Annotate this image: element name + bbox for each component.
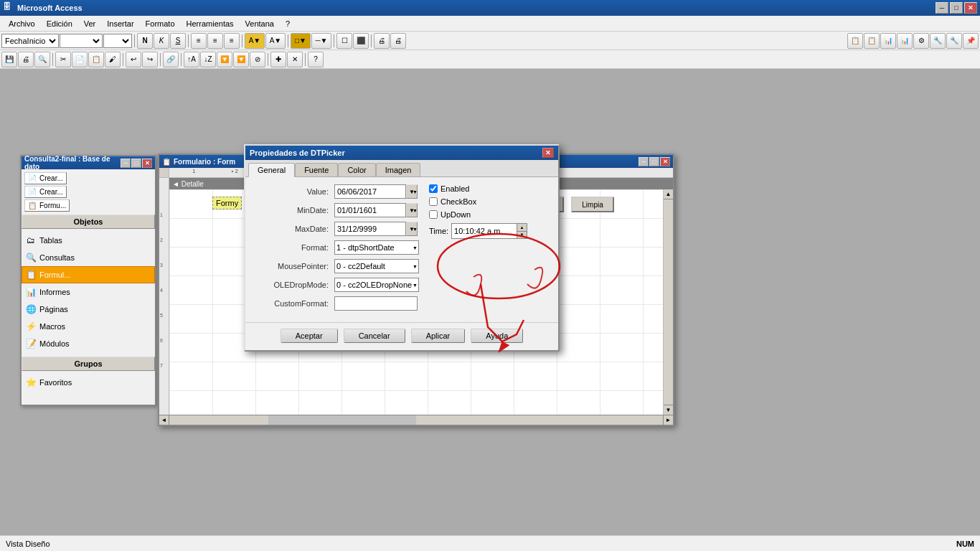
menu-ventana[interactable]: Ventana (240, 18, 280, 29)
tb2-btn-3[interactable]: 🔍 (34, 52, 50, 67)
sidebar-item-informes[interactable]: 📊 Informes (22, 283, 155, 301)
enabled-checkbox[interactable] (429, 184, 438, 193)
sidebar-item-consultas[interactable]: 🔍 Consultas (22, 249, 155, 266)
cancel-btn[interactable]: Cancelar (344, 329, 405, 343)
mindate-input[interactable] (334, 203, 406, 217)
tab-general[interactable]: General (248, 163, 295, 177)
db-minimize-btn[interactable]: ─ (121, 159, 131, 168)
scroll-right-btn[interactable]: ► (663, 415, 673, 425)
form-btn-1[interactable]: 📋 Formu... (24, 199, 70, 212)
field-combo[interactable]: FechaInicio (1, 34, 59, 48)
sidebar-item-modulos[interactable]: 📝 Módulos (22, 335, 155, 352)
tb2-filter[interactable]: 🔽 (217, 52, 232, 67)
menu-help[interactable]: ? (280, 18, 296, 29)
form-min-btn[interactable]: ─ (639, 157, 649, 166)
font-color-btn[interactable]: A▼ (265, 33, 286, 49)
tb2-filter2[interactable]: 🔽 (233, 52, 249, 67)
menu-herramientas[interactable]: Herramientas (181, 18, 240, 29)
tb2-sort-asc[interactable]: ↑A (184, 52, 199, 67)
db-close-btn[interactable]: ✕ (142, 159, 152, 168)
time-spin-up-btn[interactable]: ▲ (517, 224, 527, 232)
updown-checkbox[interactable] (429, 210, 438, 219)
scroll-down-btn[interactable]: ▼ (664, 405, 673, 415)
align-right-btn[interactable]: ≡ (224, 33, 240, 49)
checkbox-checkbox[interactable] (429, 197, 438, 206)
italic-btn[interactable]: K (154, 33, 169, 49)
sidebar-item-formularios[interactable]: 📋 Formul... (22, 266, 155, 283)
scroll-left-btn[interactable]: ◄ (159, 415, 169, 425)
tb2-cut[interactable]: ✂ (55, 52, 71, 67)
bold-btn[interactable]: N (137, 33, 153, 49)
extra-btn-7[interactable]: 🔧 (946, 33, 962, 49)
sidebar-item-macros[interactable]: ⚡ Macros (22, 318, 155, 335)
app-close-btn[interactable]: ✕ (964, 2, 977, 14)
tb2-undo[interactable]: ↩ (126, 52, 141, 67)
extra-btn-5[interactable]: ⚙ (913, 33, 929, 49)
db-maximize-btn[interactable]: □ (131, 159, 141, 168)
dialog-close-btn[interactable]: ✕ (542, 148, 554, 158)
effect-btn-2[interactable]: ⬛ (353, 33, 369, 49)
menu-formato[interactable]: Formato (140, 18, 181, 29)
create-btn-2[interactable]: 📄 Crear... (24, 186, 67, 198)
align-center-btn[interactable]: ≡ (207, 33, 223, 49)
tb2-formatpaste[interactable]: 🖌 (105, 52, 121, 67)
sidebar-item-paginas[interactable]: 🌐 Páginas (22, 301, 155, 318)
field-combo2[interactable] (60, 34, 103, 48)
underline-btn[interactable]: S (170, 33, 186, 49)
menu-ver[interactable]: Ver (78, 18, 102, 29)
value-input[interactable] (334, 184, 406, 199)
mindate-dropdown-btn[interactable]: ▼ (406, 203, 418, 217)
tb2-btn-2[interactable]: 🖨 (18, 52, 34, 67)
time-input[interactable] (452, 224, 517, 238)
extra-btn-8[interactable]: 📌 (963, 33, 979, 49)
format-select[interactable]: 1 - dtpShortDate (334, 240, 419, 255)
tab-fuente[interactable]: Fuente (295, 163, 338, 176)
limpiar-btn[interactable]: Limpia (571, 197, 614, 212)
align-left-btn[interactable]: ≡ (191, 33, 207, 49)
mousepointer-select[interactable]: 0 - cc2Default (334, 259, 419, 273)
accept-btn[interactable]: Aceptar (281, 329, 338, 343)
tab-imagen[interactable]: Imagen (376, 163, 421, 176)
tb2-btn-extra[interactable]: 🔗 (163, 52, 179, 67)
print-btn-1[interactable]: 🖨 (374, 33, 390, 49)
print-btn-2[interactable]: 🖨 (390, 33, 406, 49)
fill-color-btn[interactable]: A▼ (245, 33, 265, 49)
tb2-new[interactable]: ✚ (270, 52, 286, 67)
tb2-btn-1[interactable]: 💾 (1, 52, 17, 67)
extra-btn-6[interactable]: 🔧 (930, 33, 946, 49)
border-btn[interactable]: □▼ (291, 33, 311, 49)
oledropmode-select[interactable]: 0 - cc2OLEDropNone (334, 278, 419, 292)
tb2-delete[interactable]: ✕ (287, 52, 303, 67)
tb2-paste[interactable]: 📋 (88, 52, 104, 67)
tb2-redo[interactable]: ↪ (142, 52, 158, 67)
tb2-help[interactable]: ? (308, 52, 324, 67)
sidebar-item-tablas[interactable]: 🗂 Tablas (22, 232, 155, 249)
extra-btn-2[interactable]: 📋 (864, 33, 880, 49)
app-maximize-btn[interactable]: □ (950, 2, 963, 14)
apply-btn[interactable]: Aplicar (411, 329, 466, 343)
extra-btn-3[interactable]: 📊 (880, 33, 896, 49)
extra-btn-1[interactable]: 📋 (847, 33, 863, 49)
tb2-copy[interactable]: 📄 (72, 52, 88, 67)
value-dropdown-btn[interactable]: ▼ (406, 184, 418, 199)
menu-edicion[interactable]: Edición (41, 18, 78, 29)
tab-color[interactable]: Color (338, 163, 375, 176)
font-size-combo[interactable] (103, 34, 132, 48)
app-minimize-btn[interactable]: ─ (936, 2, 948, 14)
line-style-btn[interactable]: ─▼ (311, 33, 331, 49)
tb2-sort-desc[interactable]: ↓Z (200, 52, 216, 67)
tb2-filter3[interactable]: ⊘ (250, 52, 265, 67)
scroll-up-btn[interactable]: ▲ (664, 189, 673, 199)
maxdate-dropdown-btn[interactable]: ▼ (406, 222, 418, 236)
time-spin-down-btn[interactable]: ▼ (517, 232, 527, 239)
effect-btn-1[interactable]: ☐ (336, 33, 352, 49)
maxdate-input[interactable] (334, 222, 406, 236)
customformat-input[interactable] (334, 296, 418, 311)
form-max-btn[interactable]: □ (649, 157, 659, 166)
form-close-btn[interactable]: ✕ (660, 157, 670, 166)
help-btn[interactable]: Ayuda (471, 329, 523, 343)
menu-archivo[interactable]: Archivo (3, 18, 41, 29)
sidebar-item-favoritos[interactable]: ⭐ Favoritos (22, 374, 155, 391)
extra-btn-4[interactable]: 📊 (897, 33, 913, 49)
create-btn-1[interactable]: 📄 Crear... (24, 172, 67, 184)
